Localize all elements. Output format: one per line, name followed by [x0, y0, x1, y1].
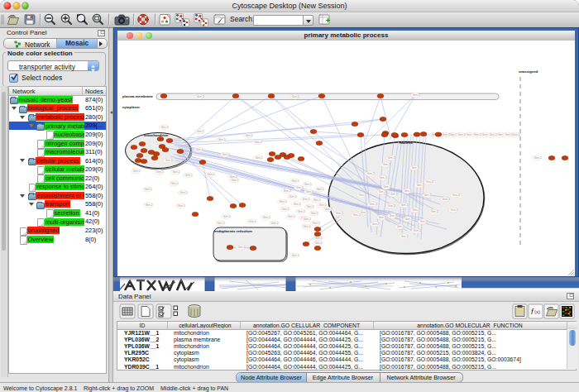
svg-text:Gkm-2: Gkm-2 [452, 194, 459, 197]
svg-text:Gkm-2: Gkm-2 [217, 222, 224, 225]
svg-text:Gkm-2: Gkm-2 [281, 208, 289, 211]
svg-text:Gkm-2: Gkm-2 [473, 133, 481, 136]
svg-text:Gkm-2: Gkm-2 [324, 208, 332, 211]
svg-text:Gkm-2: Gkm-2 [291, 254, 299, 257]
svg-text:Gkm-2: Gkm-2 [304, 183, 311, 186]
svg-text:Gkm-2: Gkm-2 [145, 203, 152, 207]
svg-text:Gkm-2: Gkm-2 [400, 203, 408, 207]
svg-text:Search:: Search: [230, 15, 254, 23]
svg-text:Gkm-2: Gkm-2 [165, 159, 172, 162]
svg-text:Gkm-2: Gkm-2 [318, 203, 326, 207]
svg-text:Gkm-2: Gkm-2 [442, 198, 449, 201]
svg-text:Gkm-2: Gkm-2 [387, 204, 395, 208]
svg-text:Gkm-2: Gkm-2 [369, 203, 376, 206]
svg-text:Gkm-2: Gkm-2 [534, 156, 541, 160]
svg-text:Gkm-2: Gkm-2 [306, 205, 313, 208]
svg-text:Gkm-2: Gkm-2 [218, 138, 225, 141]
svg-text:endoplasmic reticulum: endoplasmic reticulum [214, 229, 252, 233]
svg-text:Gkm-2: Gkm-2 [335, 212, 342, 215]
svg-text:Gkm-2: Gkm-2 [303, 225, 310, 228]
svg-text:Gkm-2: Gkm-2 [489, 133, 496, 136]
svg-text:Gkm-2: Gkm-2 [419, 220, 427, 223]
svg-text:Gkm-2: Gkm-2 [172, 170, 179, 174]
svg-text:Gkm-2: Gkm-2 [400, 235, 408, 238]
svg-text:Gkm-2: Gkm-2 [287, 215, 294, 218]
svg-text:Gkm-2: Gkm-2 [179, 191, 187, 194]
svg-text:Gkm-2: Gkm-2 [378, 216, 385, 219]
svg-text:Gkm-2: Gkm-2 [222, 153, 229, 156]
svg-text:Gkm-2: Gkm-2 [302, 198, 309, 201]
svg-text:Gkm-2: Gkm-2 [312, 222, 319, 225]
svg-text:plasma membrane: plasma membrane [122, 94, 153, 98]
svg-text:Gkm-2: Gkm-2 [430, 210, 438, 213]
svg-text:Gkm-2: Gkm-2 [207, 173, 214, 176]
svg-text:Gkm-2: Gkm-2 [270, 222, 278, 225]
svg-text:Gkm-2: Gkm-2 [416, 184, 423, 187]
svg-text:Gkm-2: Gkm-2 [383, 185, 390, 189]
svg-text:Gkm-2: Gkm-2 [291, 95, 299, 98]
svg-text:Gkm-2: Gkm-2 [313, 198, 320, 202]
svg-text:Gkm-2: Gkm-2 [293, 203, 300, 206]
svg-text:Gkm-2: Gkm-2 [378, 190, 385, 194]
svg-text:Gkm-2: Gkm-2 [291, 179, 299, 183]
svg-text:Gkm-2: Gkm-2 [505, 133, 512, 136]
svg-text:Gkm-2: Gkm-2 [413, 229, 420, 232]
svg-text:Gkm-2: Gkm-2 [423, 194, 431, 197]
svg-text:Gkm-2: Gkm-2 [387, 156, 395, 160]
svg-text:Gkm-2: Gkm-2 [297, 210, 304, 213]
svg-text:Gkm-2: Gkm-2 [396, 225, 404, 228]
svg-text:Gkm-2: Gkm-2 [223, 215, 230, 218]
svg-text:Gkm-2: Gkm-2 [160, 126, 168, 129]
svg-text:Gkm-2: Gkm-2 [170, 182, 178, 185]
svg-text:Gkm-2: Gkm-2 [196, 130, 203, 133]
svg-text:cytoplasm: cytoplasm [122, 105, 140, 109]
svg-text:Gkm-2: Gkm-2 [177, 204, 184, 208]
svg-text:Gkm-2: Gkm-2 [314, 241, 322, 245]
svg-text:Gkm-2: Gkm-2 [144, 188, 151, 191]
svg-text:Gkm-2: Gkm-2 [231, 179, 238, 182]
svg-text:Gkm-2: Gkm-2 [512, 133, 519, 136]
svg-text:Gkm-2: Gkm-2 [310, 212, 318, 215]
svg-text:Gkm-2: Gkm-2 [132, 170, 140, 173]
svg-text:mitochondrion: mitochondrion [144, 133, 169, 137]
svg-text:Gkm-2: Gkm-2 [184, 174, 192, 177]
svg-text:Gkm-2: Gkm-2 [156, 170, 163, 174]
svg-text:Gkm-2: Gkm-2 [196, 95, 203, 98]
svg-text:Gkm-2: Gkm-2 [352, 213, 360, 217]
svg-text:Gkm-2: Gkm-2 [450, 208, 457, 212]
svg-text:Gkm-2: Gkm-2 [360, 211, 367, 214]
svg-text:Gkm-2: Gkm-2 [389, 214, 396, 218]
svg-text:Gkm-2: Gkm-2 [404, 189, 411, 193]
svg-text:Gkm-2: Gkm-2 [442, 133, 449, 136]
svg-text:Gkm-2: Gkm-2 [457, 133, 465, 136]
svg-text:nucleus: nucleus [400, 141, 413, 145]
svg-text:Gkm-2: Gkm-2 [248, 220, 256, 223]
svg-text:Gkm-2: Gkm-2 [289, 195, 296, 198]
svg-text:Gkm-2: Gkm-2 [245, 134, 252, 137]
svg-text:(x): (x) [534, 309, 540, 314]
svg-text:Gkm-2: Gkm-2 [404, 218, 412, 221]
svg-text:Gkm-2: Gkm-2 [358, 194, 366, 197]
svg-text:Gkm-2: Gkm-2 [412, 208, 419, 212]
svg-text:Gkm-2: Gkm-2 [262, 216, 270, 219]
svg-text:Gkm-2: Gkm-2 [366, 172, 374, 175]
svg-text:Gkm-2: Gkm-2 [254, 141, 261, 144]
svg-text:Gkm-2: Gkm-2 [279, 200, 286, 203]
svg-text:Gkm-2: Gkm-2 [379, 176, 386, 179]
svg-text:Gkm-2: Gkm-2 [382, 163, 390, 166]
svg-text:Gkm-2: Gkm-2 [411, 166, 419, 170]
svg-text:Gkm-2: Gkm-2 [390, 193, 397, 196]
svg-text:Gkm-2: Gkm-2 [283, 189, 290, 193]
svg-text:Gkm-2: Gkm-2 [305, 190, 313, 194]
svg-text:Gkm-2: Gkm-2 [412, 93, 419, 97]
svg-text:Gkm-2: Gkm-2 [314, 237, 322, 240]
svg-text:Gkm-2: Gkm-2 [303, 218, 310, 221]
svg-text:unassigned: unassigned [519, 69, 538, 74]
svg-text:Gkm-2: Gkm-2 [371, 222, 379, 226]
svg-text:Gkm-2: Gkm-2 [237, 246, 245, 249]
svg-text:Gkm-2: Gkm-2 [255, 156, 262, 160]
svg-text:Gkm-2: Gkm-2 [295, 186, 303, 189]
svg-text:Gkm-2: Gkm-2 [425, 180, 433, 184]
svg-text:Gkm-2: Gkm-2 [195, 148, 203, 151]
svg-text:Gkm-2: Gkm-2 [316, 188, 323, 191]
